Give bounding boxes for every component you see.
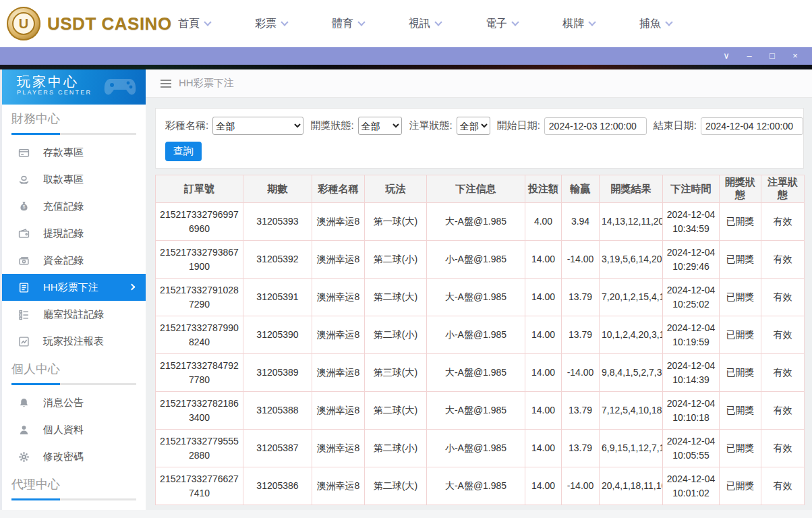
order-status-label: 注單狀態: (409, 119, 452, 132)
sidebar-item-withdrawal-record[interactable]: 提現記錄 (2, 220, 146, 247)
chevron-down-icon (588, 18, 596, 26)
nav-item-fishing[interactable]: 捕魚 (639, 17, 672, 31)
sidebar-item-hh-lottery-bets[interactable]: HH彩票下注 (2, 274, 146, 301)
cell: 2024-12-04 10:01:02 (663, 467, 720, 505)
cell: 31205387 (243, 430, 312, 467)
cell: 2152173327821863400 (156, 392, 243, 430)
top-header: U USDT CASINO 首頁 彩票 體育 視訊 電子 棋牌 捕魚 (0, 0, 812, 47)
sidebar-item-recharge-record[interactable]: $ 充值記錄 (2, 193, 146, 220)
window-close-icon[interactable]: × (784, 47, 807, 65)
column-header-7: 開獎結果 (600, 175, 663, 203)
cell: 13.79 (562, 430, 600, 467)
wallet-icon (18, 227, 30, 239)
logo[interactable]: U USDT CASINO (7, 7, 158, 40)
cell: 第一球(大) (365, 203, 427, 241)
column-header-2: 彩種名稱 (312, 175, 365, 203)
table-row: 215217332776627741031205386澳洲幸运8第二球(大)大-… (156, 467, 805, 505)
sidebar-item-label: 存款專區 (43, 146, 84, 159)
sidebar-item-player-bet-report[interactable]: 玩家投注報表 (2, 328, 146, 355)
cell: 已開獎 (720, 203, 761, 241)
cell: 2152173327766277410 (156, 467, 243, 505)
sidebar-item-label: 提現記錄 (43, 227, 84, 240)
cell: 14,13,12,11,20,19,6,17 (600, 203, 663, 241)
cell: 31205390 (243, 316, 312, 354)
cell: 2024-12-04 10:10:18 (663, 392, 720, 430)
sidebar-item-deposit[interactable]: 存款專區 (2, 139, 146, 166)
section-divider (11, 383, 136, 385)
cell: 大-A盤@1.985 (427, 203, 525, 241)
report-chart-icon (18, 335, 30, 347)
cell: 14.00 (525, 354, 562, 392)
cell: 31205389 (243, 354, 312, 392)
cell: 2152173327938671900 (156, 241, 243, 279)
cell: 已開獎 (720, 279, 761, 316)
sidebar-menu-personal: 消息公告 個人資料 修改密碼 (2, 389, 146, 470)
chevron-down-icon (665, 18, 672, 26)
sidebar-item-change-password[interactable]: 修改密碼 (2, 443, 146, 470)
cell: 3,19,5,6,14,20,8,9 (600, 241, 663, 279)
sidebar-item-label: 玩家投注報表 (43, 335, 104, 348)
nav-item-label: 彩票 (255, 17, 277, 31)
cell: 2024-12-04 10:25:02 (663, 279, 720, 316)
cell: 有效 (761, 241, 805, 279)
sidebar-item-agent-rules[interactable]: 代理規則說明 (2, 505, 146, 510)
cell: 13.79 (562, 279, 600, 316)
cell: 澳洲幸运8 (312, 430, 365, 467)
column-header-1: 期數 (243, 175, 312, 203)
table-row: 215217332784792778031205389澳洲幸运8第三球(大)大-… (156, 354, 805, 392)
cell: 第二球(小) (365, 430, 427, 467)
cell: 有效 (761, 316, 805, 354)
filter-row: 彩種名稱: 全部 開獎狀態: 全部 注單狀態: 全部 開始日期: 結束日期: (165, 117, 803, 135)
nav-item-label: 體育 (332, 17, 353, 31)
query-button[interactable]: 查詢 (165, 142, 202, 161)
nav-item-home[interactable]: 首頁 (178, 17, 210, 31)
hamburger-icon[interactable] (161, 80, 171, 88)
sidebar-item-announcements[interactable]: 消息公告 (2, 389, 146, 416)
nav-item-label: 捕魚 (639, 17, 661, 31)
nav-item-video[interactable]: 視訊 (409, 17, 441, 31)
nav-item-cards[interactable]: 棋牌 (562, 17, 595, 31)
window-collapse-icon[interactable]: ∨ (715, 47, 738, 65)
person-icon (18, 424, 30, 436)
main-content: HH彩票下注 彩種名稱: 全部 開獎狀態: 全部 注單狀態: 全部 開始日期: (146, 69, 812, 510)
order-status-select[interactable]: 全部 (457, 117, 490, 135)
sidebar-item-funds-record[interactable]: 資金記錄 (2, 247, 146, 274)
sidebar-item-withdraw[interactable]: 取款專區 (2, 166, 146, 193)
nav-item-sports[interactable]: 體育 (332, 17, 364, 31)
section-title-agent: 代理中心 (11, 477, 136, 492)
cell: 已開獎 (720, 467, 761, 505)
deposit-card-icon (18, 146, 30, 159)
column-header-5: 投注額 (525, 175, 562, 203)
end-date-input[interactable] (701, 117, 803, 135)
chevron-right-icon (129, 284, 136, 291)
cell: 31205388 (243, 392, 312, 430)
cell: 第二球(大) (365, 467, 427, 505)
window-maximize-icon[interactable]: □ (761, 47, 784, 65)
nav-item-lottery[interactable]: 彩票 (255, 17, 287, 31)
bell-icon (18, 397, 30, 409)
lottery-name-select[interactable]: 全部 (212, 117, 303, 135)
start-date-input[interactable] (544, 117, 647, 135)
cell: 9,8,4,1,5,2,7,3 (600, 354, 663, 392)
filter-panel: 彩種名稱: 全部 開獎狀態: 全部 注單狀態: 全部 開始日期: 結束日期: (155, 108, 804, 169)
cell: 大-A盤@1.985 (427, 467, 525, 505)
cell: 有效 (761, 203, 805, 241)
chevron-down-icon (357, 18, 365, 26)
cell: 第三球(大) (365, 354, 427, 392)
nav-item-label: 視訊 (409, 17, 430, 31)
nav-item-slots[interactable]: 電子 (486, 17, 518, 31)
sidebar-item-label: 充值記錄 (43, 200, 84, 213)
cell: 2024-12-04 10:19:59 (663, 316, 720, 354)
cell: 14.00 (525, 316, 562, 354)
cell: 小-A盤@1.985 (427, 316, 525, 354)
window-minimize-icon[interactable]: – (738, 47, 761, 65)
table-row: 215217332782186340031205388澳洲幸运8第二球(大)大-… (156, 392, 805, 430)
draw-status-select[interactable]: 全部 (358, 117, 403, 135)
table-row: 215217332796997696031205393澳洲幸运8第一球(大)大-… (156, 203, 805, 241)
sidebar-item-label: 消息公告 (43, 397, 84, 409)
sidebar-item-profile[interactable]: 個人資料 (2, 416, 146, 443)
end-date-label: 結束日期: (654, 119, 697, 132)
cell: 4.00 (525, 203, 562, 241)
cell: -14.00 (562, 354, 600, 392)
sidebar-item-room-bet-record[interactable]: 廳室投註記錄 (2, 301, 146, 328)
